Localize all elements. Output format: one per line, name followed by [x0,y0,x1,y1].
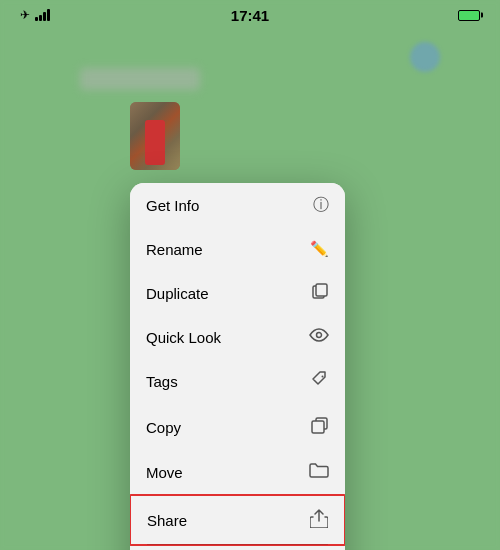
file-thumbnail [130,102,180,170]
menu-item-share-label: Share [147,512,187,529]
bg-dot [410,42,440,72]
menu-item-duplicate[interactable]: Duplicate [130,270,345,316]
signal-bar-3 [43,12,46,21]
battery-icon [458,10,480,21]
thumbnail-figure [145,120,165,165]
menu-item-tags[interactable]: Tags [130,358,345,404]
status-right [458,10,480,21]
menu-item-get-info[interactable]: Get Info ⓘ [130,183,345,228]
share-icon [310,508,328,532]
status-left: ✈ [20,8,50,22]
signal-bar-4 [47,9,50,21]
svg-point-2 [317,333,322,338]
menu-item-duplicate-label: Duplicate [146,285,209,302]
menu-item-rename-label: Rename [146,241,203,258]
menu-item-delete[interactable]: Delete [130,546,345,550]
context-menu: Get Info ⓘ Rename ✏️ Duplicate Quick Loo… [130,183,345,550]
menu-item-quick-look[interactable]: Quick Look [130,316,345,358]
svg-rect-1 [316,284,327,296]
eye-icon [309,328,329,346]
svg-rect-4 [312,421,324,433]
menu-item-move-label: Move [146,464,183,481]
menu-item-copy-label: Copy [146,419,181,436]
menu-item-share[interactable]: Share [130,494,345,546]
menu-item-get-info-label: Get Info [146,197,199,214]
status-time: 17:41 [231,7,269,24]
airplane-icon: ✈ [20,8,30,22]
menu-item-move[interactable]: Move [130,450,345,494]
wifi-signal [35,9,50,21]
copy-icon [311,416,329,438]
folder-icon [309,462,329,482]
bg-title-blur [80,68,200,90]
status-bar: ✈ 17:41 [0,0,500,26]
info-icon: ⓘ [313,195,329,216]
menu-item-quick-look-label: Quick Look [146,329,221,346]
menu-item-copy[interactable]: Copy [130,404,345,450]
menu-item-rename[interactable]: Rename ✏️ [130,228,345,270]
menu-item-tags-label: Tags [146,373,178,390]
svg-point-3 [322,376,324,378]
signal-bar-2 [39,15,42,21]
pencil-icon: ✏️ [310,240,329,258]
thumbnail-image [130,102,180,170]
signal-bar-1 [35,17,38,21]
duplicate-icon [311,282,329,304]
tag-icon [311,370,329,392]
